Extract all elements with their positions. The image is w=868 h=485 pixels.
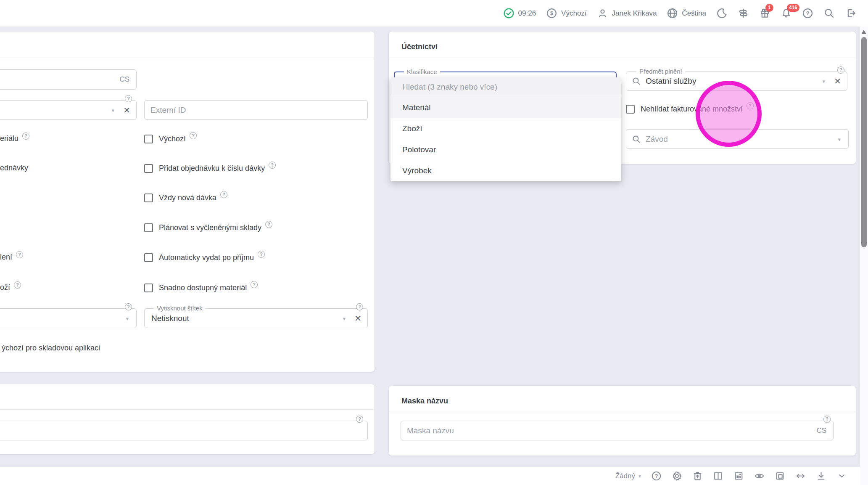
checkbox[interactable] xyxy=(144,223,153,232)
cut-label-order: ednávky xyxy=(0,164,28,172)
checkbox[interactable] xyxy=(144,164,153,173)
check-circle-icon xyxy=(503,8,514,19)
external-id-input[interactable] xyxy=(150,101,334,119)
whats-new-button[interactable]: 1 xyxy=(759,8,770,19)
cut-label-default-warehouse-app: ýchozí pro skladovou aplikaci xyxy=(2,344,100,352)
globe-icon xyxy=(667,8,678,19)
checkbox-row: Snadno dostupný materiál ? xyxy=(144,283,258,292)
checkbox-row: Přidat objednávku k číslu dávky ? xyxy=(144,164,276,173)
material-settings-card: CS ▾ ✕ ? eriálu? ednávky lení? oží? Vých… xyxy=(0,32,375,372)
preset-select[interactable]: Žádný ▾ xyxy=(615,472,641,480)
field-label: Vytisknout štítek xyxy=(154,305,206,312)
help-badge-icon[interactable]: ? xyxy=(251,281,258,288)
left-bottom-card: ? xyxy=(0,384,375,454)
toolbar-resize-button[interactable] xyxy=(795,471,806,481)
toolbar-split-button[interactable] xyxy=(713,471,723,481)
help-button[interactable]: ? xyxy=(802,8,813,19)
help-badge-icon[interactable]: ? xyxy=(190,132,197,139)
svg-text:$: $ xyxy=(550,11,553,16)
clear-icon[interactable]: ✕ xyxy=(354,313,361,323)
card-header-divider xyxy=(389,411,856,411)
signpost-icon xyxy=(738,8,749,19)
dark-mode-toggle[interactable] xyxy=(716,8,728,19)
checkbox[interactable] xyxy=(626,105,635,114)
help-badge-icon[interactable]: ? xyxy=(220,191,227,198)
download-icon xyxy=(816,471,826,481)
print-label-field[interactable]: Vytisknout štítek Netisknout ▾ ✕ ? xyxy=(144,308,368,328)
gift-badge: 1 xyxy=(765,4,773,12)
toolbar-trash-button[interactable] xyxy=(692,471,703,481)
language-selector[interactable]: Čeština xyxy=(667,8,706,19)
toolbar-download-button[interactable] xyxy=(816,471,826,481)
app-screen: 09:26 $ Výchozí Janek Křikava Čeština xyxy=(0,0,868,485)
help-badge-icon[interactable]: ? xyxy=(14,281,21,289)
frame-icon xyxy=(775,471,785,481)
toolbar-help-button[interactable]: ? xyxy=(651,471,662,481)
logout-button[interactable] xyxy=(845,8,856,19)
search-button[interactable] xyxy=(823,8,835,19)
name-mask-card: Maska názvu CS ? xyxy=(389,386,856,456)
scrollbar[interactable] xyxy=(860,27,868,485)
eye-icon xyxy=(754,471,765,481)
profile-selector[interactable]: $ Výchozí xyxy=(546,8,586,19)
cut-label-material: eriálu? xyxy=(0,134,29,143)
checkbox[interactable] xyxy=(144,135,153,143)
guide-button[interactable] xyxy=(738,8,749,19)
help-badge-icon[interactable]: ? xyxy=(837,66,844,74)
dropdown-option-goods[interactable]: Zboží xyxy=(390,118,621,139)
help-badge-icon[interactable]: ? xyxy=(258,251,265,258)
chevron-down-icon[interactable]: ▾ xyxy=(111,107,114,113)
toolbar-layout-button[interactable] xyxy=(733,471,744,481)
help-badge-icon[interactable]: ? xyxy=(269,162,276,169)
help-badge-icon[interactable]: ? xyxy=(356,303,363,310)
left-bottom-input-field[interactable]: ? xyxy=(0,421,368,440)
dropdown-option-product[interactable]: Výrobek xyxy=(390,160,621,181)
help-icon: ? xyxy=(802,8,813,19)
locale-suffix: CS xyxy=(816,427,826,435)
dropdown-option-semiproduct[interactable]: Polotovar xyxy=(390,139,621,160)
checkbox[interactable] xyxy=(144,253,153,262)
card-header-divider xyxy=(0,58,375,58)
card-header-divider xyxy=(0,409,375,410)
help-badge-icon[interactable]: ? xyxy=(356,416,363,423)
dropdown-search-input[interactable] xyxy=(402,77,615,97)
user-menu[interactable]: Janek Křikava xyxy=(597,8,657,19)
clear-icon[interactable]: ✕ xyxy=(834,76,841,86)
chevron-down-icon[interactable]: ▾ xyxy=(822,78,825,85)
help-badge-icon[interactable]: ? xyxy=(823,416,831,423)
checkbox-row: Automaticky vydat po příjmu ? xyxy=(144,253,265,262)
checkbox-row: Plánovat s vyčleněnými sklady ? xyxy=(144,223,272,232)
left-select-field[interactable]: ▾ ✕ ? xyxy=(0,100,137,120)
classification-dropdown: Materiál Zboží Polotovar Výrobek xyxy=(390,77,621,181)
help-badge-icon[interactable]: ? xyxy=(16,251,23,258)
help-badge-icon[interactable]: ? xyxy=(125,95,132,102)
dropdown-option-material[interactable]: Materiál xyxy=(390,97,621,118)
name-mask-field[interactable]: CS ? xyxy=(401,421,834,440)
help-badge-icon[interactable]: ? xyxy=(125,303,132,310)
checkbox[interactable] xyxy=(144,284,153,292)
chevron-down-icon[interactable]: ▾ xyxy=(126,315,129,321)
scrollbar-thumb[interactable] xyxy=(861,37,867,247)
notifications-button[interactable]: 416 xyxy=(781,8,792,19)
chevron-down-icon[interactable]: ▾ xyxy=(343,315,346,321)
toolbar-collapse-button[interactable] xyxy=(836,471,847,481)
person-icon xyxy=(597,8,608,19)
chevron-down-icon[interactable]: ▾ xyxy=(838,136,841,142)
clear-icon[interactable]: ✕ xyxy=(123,105,130,115)
checkbox[interactable] xyxy=(144,193,153,202)
name-mask-input[interactable] xyxy=(407,421,799,440)
toolbar-frame-button[interactable] xyxy=(775,471,785,481)
top-app-bar: 09:26 $ Výchozí Janek Křikava Čeština xyxy=(0,0,868,27)
help-badge-icon[interactable]: ? xyxy=(265,221,272,228)
scroll-up-arrow[interactable] xyxy=(861,30,866,34)
left-bottom-select-field[interactable]: ▾ ? xyxy=(0,308,137,328)
name-cs-field[interactable]: CS xyxy=(0,69,137,90)
coin-icon: $ xyxy=(546,8,557,19)
toolbar-settings-button[interactable] xyxy=(672,471,682,481)
split-columns-icon xyxy=(713,471,723,481)
dropdown-search[interactable] xyxy=(390,77,621,97)
toolbar-visibility-button[interactable] xyxy=(754,471,765,481)
help-badge-icon[interactable]: ? xyxy=(22,133,29,140)
clock-time: 09:26 xyxy=(518,9,536,18)
external-id-field[interactable] xyxy=(144,100,368,120)
